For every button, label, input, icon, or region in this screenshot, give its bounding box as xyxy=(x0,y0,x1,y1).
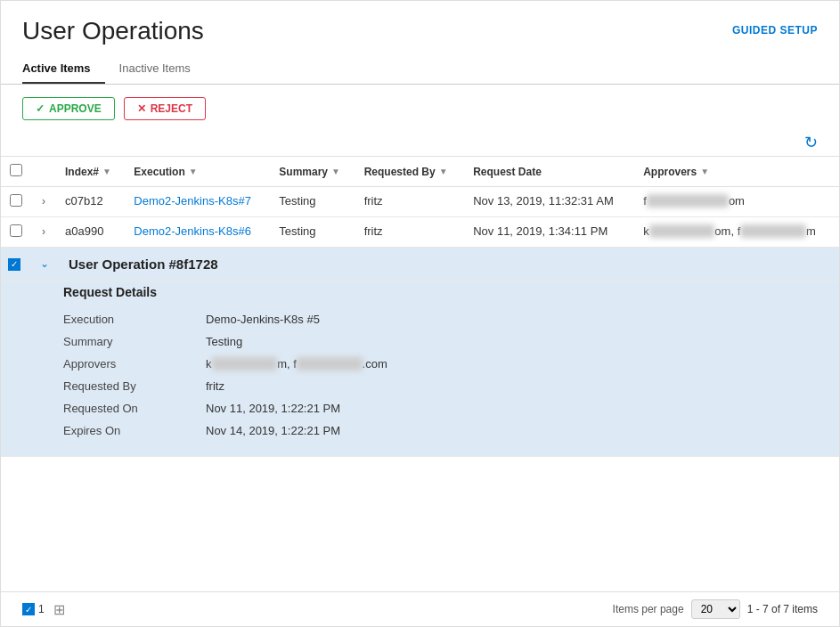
footer-left: ✓ 1 ⊞ xyxy=(22,601,65,618)
detail-value-execution[interactable]: Demo-Jenkins-K8s #5 xyxy=(206,313,320,326)
row-execution-2[interactable]: Demo2-Jenkins-K8s#6 xyxy=(125,217,270,248)
detail-value-requested-by: fritz xyxy=(206,379,224,393)
detail-value-requested-on: Nov 11, 2019, 1:22:21 PM xyxy=(206,402,340,415)
row-checkbox-cell-1[interactable] xyxy=(1,187,33,217)
operations-table: Index# ▼ Execution ▼ Sum xyxy=(1,156,839,457)
detail-summary: Summary Testing xyxy=(63,330,827,353)
col-summary[interactable]: Summary ▼ xyxy=(270,157,355,187)
detail-label-requested-on: Requested On xyxy=(63,402,206,415)
detail-value-summary: Testing xyxy=(206,335,242,348)
tabs-bar: Active Items Inactive Items xyxy=(1,54,839,85)
expanded-row-content: Request Details Execution Demo-Jenkins-K… xyxy=(1,281,839,457)
toolbar: ✓ APPROVE ✕ REJECT xyxy=(1,85,839,133)
detail-execution: Execution Demo-Jenkins-K8s #5 xyxy=(63,308,827,330)
row-request-date-1: Nov 13, 2019, 11:32:31 AM xyxy=(464,187,634,217)
refresh-icon[interactable]: ↻ xyxy=(804,133,818,152)
x-icon: ✕ xyxy=(137,102,146,115)
col-index[interactable]: Index# ▼ xyxy=(56,157,125,187)
detail-value-expires-on: Nov 14, 2019, 1:22:21 PM xyxy=(206,424,340,437)
row-checkbox-1[interactable] xyxy=(10,194,22,207)
tab-inactive-items[interactable]: Inactive Items xyxy=(119,54,205,84)
page-title: User Operations xyxy=(22,17,204,45)
detail-label-execution: Execution xyxy=(63,313,206,326)
detail-value-approvers: k████████m, f████████.com xyxy=(206,357,387,370)
approve-button[interactable]: ✓ APPROVE xyxy=(22,97,115,120)
reject-button[interactable]: ✕ REJECT xyxy=(124,97,206,120)
row-checkbox-2[interactable] xyxy=(10,224,22,237)
detail-approvers: Approvers k████████m, f████████.com xyxy=(63,353,827,375)
expanded-collapse-cell[interactable]: ⌄ xyxy=(33,248,56,281)
select-all-header[interactable] xyxy=(1,157,33,187)
detail-expires-on: Expires On Nov 14, 2019, 1:22:21 PM xyxy=(63,419,827,442)
expand-cell-2[interactable]: › xyxy=(33,217,56,248)
detail-label-expires-on: Expires On xyxy=(63,424,206,437)
col-approvers[interactable]: Approvers ▼ xyxy=(634,157,839,187)
footer-checked-box[interactable]: ✓ xyxy=(22,603,35,615)
items-per-page-label: Items per page xyxy=(613,603,684,615)
row-index-1: c07b12 xyxy=(56,187,125,217)
footer-checkbox-count: ✓ 1 xyxy=(22,603,45,615)
row-checkbox-cell-2[interactable] xyxy=(1,217,33,248)
detail-requested-by: Requested By fritz xyxy=(63,375,827,397)
row-execution-1[interactable]: Demo2-Jenkins-K8s#7 xyxy=(125,187,270,217)
row-request-date-2: Nov 11, 2019, 1:34:11 PM xyxy=(464,217,634,248)
details-section-title: Request Details xyxy=(63,285,827,299)
detail-label-summary: Summary xyxy=(63,335,206,348)
request-details-section: Request Details Execution Demo-Jenkins-K… xyxy=(51,281,839,456)
expanded-title-cell: User Operation #8f1728 xyxy=(56,248,839,281)
sort-icon-index: ▼ xyxy=(102,167,111,176)
collapse-icon[interactable]: ⌄ xyxy=(40,257,49,270)
footer-right: Items per page 20 50 100 1 - 7 of 7 item… xyxy=(613,599,818,619)
detail-requested-on: Requested On Nov 11, 2019, 1:22:21 PM xyxy=(63,397,827,419)
expand-cell-1[interactable]: › xyxy=(33,187,56,217)
footer-checked-count: 1 xyxy=(38,603,45,615)
sort-icon-summary: ▼ xyxy=(331,167,340,176)
select-all-checkbox[interactable] xyxy=(10,164,22,176)
expanded-row-title: User Operation #8f1728 xyxy=(69,256,218,272)
detail-label-requested-by: Requested By xyxy=(63,379,206,393)
guided-setup-link[interactable]: GUIDED SETUP xyxy=(732,24,818,37)
tab-active-items[interactable]: Active Items xyxy=(22,54,105,84)
col-requested-by[interactable]: Requested By ▼ xyxy=(355,157,465,187)
table-row: › c07b12 Demo2-Jenkins-K8s#7 Testing fri… xyxy=(1,187,839,217)
row-approvers-2: k████████om, f████████m xyxy=(634,217,839,248)
table-row: › a0a990 Demo2-Jenkins-K8s#6 Testing fri… xyxy=(1,217,839,248)
row-index-2: a0a990 xyxy=(56,217,125,248)
row-requested-by-1: fritz xyxy=(355,187,465,217)
col-request-date[interactable]: Request Date xyxy=(464,157,634,187)
expand-icon-2[interactable]: › xyxy=(42,225,45,238)
table-footer: ✓ 1 ⊞ Items per page 20 50 100 1 - 7 of … xyxy=(1,591,839,626)
expanded-row-checkbox[interactable]: ✓ xyxy=(8,258,20,271)
row-requested-by-2: fritz xyxy=(355,217,465,248)
expanded-checkbox-cell[interactable]: ✓ xyxy=(1,248,33,281)
row-approvers-1: f██████████om xyxy=(634,187,839,217)
sort-icon-requested-by: ▼ xyxy=(439,167,448,176)
expand-icon-1[interactable]: › xyxy=(42,195,45,208)
columns-icon[interactable]: ⊞ xyxy=(53,601,65,618)
checkmark-icon: ✓ xyxy=(36,102,45,115)
data-table-container: Index# ▼ Execution ▼ Sum xyxy=(1,156,839,591)
sort-icon-approvers: ▼ xyxy=(700,167,709,176)
sort-icon-execution: ▼ xyxy=(189,167,198,176)
col-execution[interactable]: Execution ▼ xyxy=(125,157,270,187)
expanded-row-header: ✓ ⌄ User Operation #8f1728 xyxy=(1,248,839,281)
items-per-page-select[interactable]: 20 50 100 xyxy=(691,599,740,619)
row-summary-1: Testing xyxy=(270,187,355,217)
row-summary-2: Testing xyxy=(270,217,355,248)
items-count: 1 - 7 of 7 items xyxy=(747,603,818,615)
detail-label-approvers: Approvers xyxy=(63,357,206,370)
